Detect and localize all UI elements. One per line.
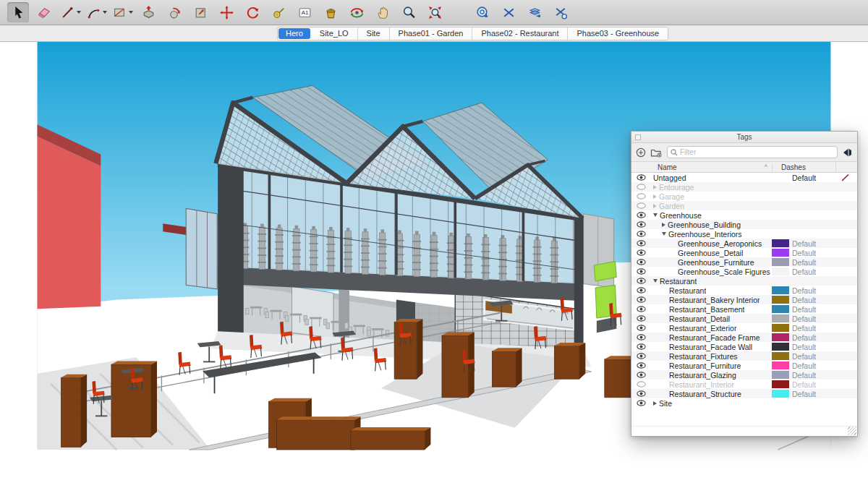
tag-row-restaurant-glazing[interactable]: Restaurant_GlazingDefault (631, 370, 857, 380)
disclosure-open-icon[interactable] (662, 232, 666, 236)
tag-row-restaurant-facade-wall[interactable]: Restaurant_Facade WallDefault (631, 342, 857, 351)
pan-tool[interactable] (372, 2, 393, 22)
orbit-tool[interactable] (346, 2, 367, 22)
scene-tab-phase02-restaurant[interactable]: Phase02 - Restaurant (472, 27, 568, 40)
disclosure-closed-icon[interactable] (653, 185, 657, 189)
visibility-toggle[interactable] (631, 184, 650, 190)
visibility-toggle[interactable] (631, 372, 650, 378)
visibility-toggle[interactable] (631, 202, 650, 209)
move-tool[interactable] (216, 2, 237, 22)
extension-xray-tool[interactable] (498, 2, 519, 22)
dashes-value[interactable]: Default (791, 371, 834, 380)
tag-folder-row-garden[interactable]: Garden (631, 201, 857, 210)
visibility-toggle[interactable] (631, 353, 650, 359)
rotate-tool[interactable] (242, 2, 263, 22)
tag-folder-row-greenhouse[interactable]: Greenhouse (631, 210, 857, 220)
dashes-value[interactable]: Default (791, 314, 834, 323)
dashes-value[interactable]: Default (791, 296, 834, 304)
tag-filter-input[interactable] (680, 148, 834, 156)
tag-row-restaurant-interior[interactable]: Restaurant_InteriorDefault (631, 380, 857, 389)
disclosure-closed-icon[interactable] (653, 204, 657, 208)
visibility-toggle[interactable] (631, 287, 650, 294)
tag-color-swatch[interactable] (772, 371, 789, 379)
extension-xgear-tool[interactable] (550, 2, 571, 22)
tag-color-swatch[interactable] (772, 390, 789, 398)
visibility-toggle[interactable] (631, 390, 650, 397)
tags-panel-titlebar[interactable]: Tags (631, 132, 857, 143)
dashes-value[interactable]: Default (791, 361, 834, 370)
tag-color-swatch[interactable] (772, 296, 789, 304)
disclosure-closed-icon[interactable] (662, 223, 665, 227)
tag-row-restaurant-bakery-interior[interactable]: Restaurant_Bakery InteriorDefault (631, 295, 857, 304)
dashes-value[interactable]: Default (791, 239, 834, 248)
dashes-value[interactable]: Default (791, 249, 834, 257)
tag-row-restaurant-structure[interactable]: Restaurant_StructureDefault (631, 389, 857, 398)
visibility-toggle[interactable] (631, 315, 650, 322)
text-tool[interactable]: A1 (294, 2, 315, 22)
dashes-value[interactable]: Default (791, 333, 834, 342)
tag-color-swatch[interactable] (772, 361, 789, 369)
visibility-toggle[interactable] (631, 278, 650, 284)
visibility-toggle[interactable] (631, 306, 650, 312)
tag-details-button[interactable] (842, 147, 853, 158)
tag-row-restaurant-fixtures[interactable]: Restaurant_FixturesDefault (631, 351, 857, 361)
sort-ascending-icon[interactable]: ^ (765, 163, 767, 171)
tag-row-greenhouse-aeroponics[interactable]: Greenhouse_AeroponicsDefault (631, 239, 857, 248)
tag-row-untagged[interactable]: UntaggedDefault (631, 173, 857, 182)
tag-row-restaurant-facade-frame[interactable]: Restaurant_Facade FrameDefault (631, 333, 857, 342)
tag-folder-row-greenhouse-building[interactable]: Greenhouse_Building (631, 220, 857, 229)
eraser-tool[interactable] (33, 2, 55, 22)
tag-color-swatch[interactable] (772, 324, 789, 332)
disclosure-closed-icon[interactable] (653, 194, 657, 199)
visibility-toggle[interactable] (631, 362, 650, 369)
disclosure-open-icon[interactable] (653, 213, 658, 217)
tag-color-swatch[interactable] (772, 286, 789, 294)
tag-color-swatch[interactable] (772, 333, 789, 341)
tag-row-greenhouse-scale-figures[interactable]: Greenhouse_Scale FiguresDefault (631, 267, 857, 276)
line-tool[interactable] (59, 2, 81, 22)
tag-color-swatch[interactable] (772, 314, 789, 322)
visibility-toggle[interactable] (631, 193, 650, 200)
dashes-value[interactable]: Default (791, 267, 834, 276)
dashes-value[interactable]: Default (791, 286, 834, 295)
arc-tool[interactable] (85, 2, 107, 22)
tag-row-greenhouse-furniture[interactable]: Greenhouse_FurnitureDefault (631, 257, 857, 267)
visibility-toggle[interactable] (631, 343, 650, 350)
tag-color-swatch[interactable] (772, 305, 789, 313)
zoom-tool[interactable] (398, 2, 420, 22)
zoom-extents-tool[interactable] (424, 2, 446, 22)
visibility-toggle[interactable] (631, 212, 650, 218)
column-name-label[interactable]: Name (658, 163, 677, 171)
visibility-toggle[interactable] (631, 231, 650, 237)
dashes-value[interactable]: Default (791, 305, 834, 314)
visibility-toggle[interactable] (631, 325, 650, 331)
tape-measure-tool[interactable] (268, 2, 289, 22)
tag-folder-row-garage[interactable]: Garage (631, 192, 857, 201)
tag-color-swatch[interactable] (772, 267, 789, 275)
scene-tab-hero[interactable]: Hero (278, 28, 310, 39)
dropdown-caret-icon[interactable] (103, 11, 107, 14)
tag-color-swatch[interactable] (772, 258, 789, 266)
tag-color-swatch[interactable] (772, 380, 789, 388)
tag-folder-row-restaurant[interactable]: Restaurant (631, 276, 857, 286)
visibility-toggle[interactable] (631, 381, 650, 388)
dashes-value[interactable]: Default (791, 390, 834, 398)
dashes-edit-button[interactable] (834, 174, 857, 181)
visibility-toggle[interactable] (631, 334, 650, 341)
scene-tab-phase01-garden[interactable]: Phase01 - Garden (390, 27, 473, 40)
tag-color-swatch[interactable] (772, 239, 789, 247)
tag-row-restaurant-furniture[interactable]: Restaurant_FurnitureDefault (631, 361, 857, 370)
tag-color-swatch[interactable] (772, 352, 789, 360)
dashes-value[interactable]: Default (791, 343, 834, 351)
dashes-value[interactable]: Default (791, 352, 834, 361)
visibility-toggle[interactable] (631, 268, 650, 275)
tag-color-swatch[interactable] (772, 343, 789, 351)
dashes-value[interactable]: Default (791, 174, 834, 182)
tag-row-restaurant-basement[interactable]: Restaurant_BasementDefault (631, 304, 857, 314)
visibility-toggle[interactable] (631, 221, 650, 228)
extension-layers-tool[interactable] (524, 2, 545, 22)
select-tool[interactable] (7, 2, 29, 22)
push-pull-tool[interactable] (137, 2, 159, 22)
tag-row-restaurant-detail[interactable]: Restaurant_DetailDefault (631, 314, 857, 323)
follow-me-tool[interactable] (163, 2, 185, 22)
